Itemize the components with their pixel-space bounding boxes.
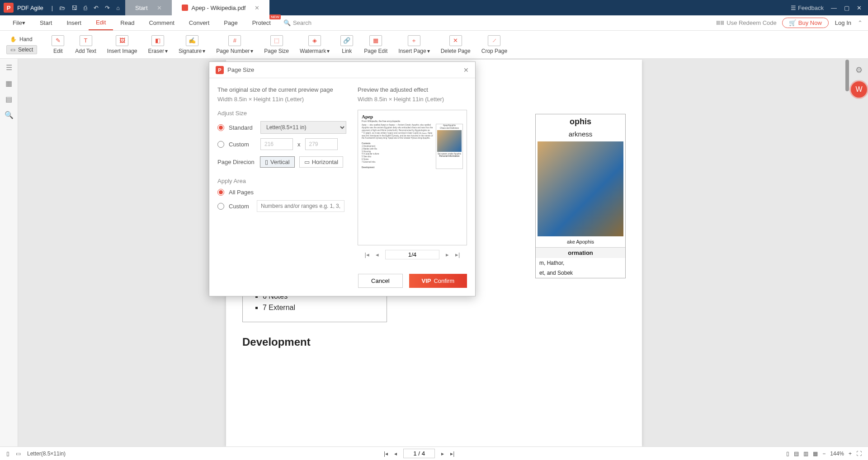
status-bar: ▯ ▭ Letter(8.5×11in) |◂ ◂ ▸ ▸| ▯ ▤ ▥ ▦ −…: [0, 446, 868, 460]
insert-image-button[interactable]: 🖼Insert Image: [107, 35, 137, 54]
infobox-image: [538, 141, 623, 236]
close-icon[interactable]: ✕: [857, 5, 862, 11]
minimize-icon[interactable]: —: [831, 5, 837, 11]
standard-radio[interactable]: [217, 124, 224, 131]
collapse-ribbon-icon[interactable]: ⌃: [858, 19, 863, 26]
page-number-button[interactable]: #Page Number ▾: [216, 35, 253, 54]
page-layout-icon[interactable]: ▯: [6, 451, 9, 457]
prev-page-icon[interactable]: ◂: [376, 251, 379, 258]
menu-bar: File ▾ Start Insert Edit Read Comment Co…: [0, 15, 868, 31]
print-icon[interactable]: ⎙: [84, 5, 87, 11]
view-single-icon[interactable]: ▯: [786, 451, 789, 457]
save-icon[interactable]: 🖫: [71, 5, 77, 11]
tab-start[interactable]: Start ✕: [125, 0, 171, 15]
paper-size-label: Letter(8.5×11in): [27, 451, 66, 457]
login-link[interactable]: Log In: [835, 19, 851, 26]
feedback-link[interactable]: ☰ Feedback: [791, 5, 824, 11]
maximize-icon[interactable]: ▢: [844, 5, 849, 11]
insert-page-button[interactable]: ＋Insert Page ▾: [398, 35, 429, 54]
select-tool[interactable]: ▭ Select: [6, 45, 37, 54]
page-range-input[interactable]: [257, 200, 344, 212]
outline-icon[interactable]: ☰: [6, 63, 12, 72]
menu-search[interactable]: 🔍 Search: [283, 19, 311, 26]
divider: |: [52, 5, 53, 11]
dialog-title: Page Size: [227, 66, 254, 73]
home-icon[interactable]: ⌂: [116, 5, 120, 11]
menu-file[interactable]: File ▾: [5, 15, 33, 30]
search-panel-icon[interactable]: 🔍: [5, 111, 14, 119]
toc-item[interactable]: 7 External: [263, 302, 377, 314]
menu-start[interactable]: Start: [33, 15, 59, 30]
zoom-in-icon[interactable]: +: [849, 451, 852, 457]
hand-tool[interactable]: ✋ Hand: [6, 35, 37, 43]
close-icon[interactable]: ✕: [255, 5, 259, 11]
view-facing-icon[interactable]: ▥: [803, 451, 808, 457]
menu-edit[interactable]: Edit: [89, 15, 113, 30]
eraser-button[interactable]: ◧Eraser ▾: [148, 35, 168, 54]
watermark-button[interactable]: ◈Watermark ▾: [300, 35, 330, 54]
preview-label: Preview the adjusted effect: [358, 86, 467, 93]
page-input[interactable]: [403, 449, 435, 458]
tab-document[interactable]: Apep - Wikipedia.pdf ✕: [172, 0, 270, 15]
settings-icon[interactable]: ⚙: [855, 65, 863, 75]
infobox: ophis arkness ake Apophis ormation m, Ha…: [535, 114, 626, 278]
menu-page[interactable]: Page: [217, 15, 245, 30]
signature-button[interactable]: ✍Signature ▾: [179, 35, 205, 54]
dialog-header: P Page Size ✕: [209, 62, 475, 78]
next-page-icon[interactable]: ▸: [441, 451, 444, 457]
paper-size-select[interactable]: Letter(8.5×11 in): [260, 121, 346, 134]
close-icon[interactable]: ✕: [157, 5, 162, 11]
undo-icon[interactable]: ↶: [94, 5, 99, 11]
app-name: PDF Agile: [17, 5, 43, 11]
crop-page-button[interactable]: ⟋Crop Page: [481, 35, 507, 54]
custom-size-radio[interactable]: [217, 141, 224, 148]
cancel-button[interactable]: Cancel: [358, 274, 402, 288]
convert-word-button[interactable]: W: [851, 81, 867, 98]
fullscreen-icon[interactable]: ⛶: [856, 451, 862, 457]
next-page-icon[interactable]: ▸: [446, 251, 449, 258]
section-heading: Development: [242, 336, 626, 348]
infobox-caption: ake Apophis: [536, 236, 625, 247]
last-page-icon[interactable]: ▸|: [455, 251, 460, 258]
vertical-button[interactable]: ▯ Vertical: [260, 156, 295, 168]
menu-protect[interactable]: Protect: [245, 15, 278, 30]
page-size-button[interactable]: ⬚Page Size: [264, 35, 289, 54]
menu-insert[interactable]: Insert: [59, 15, 89, 30]
link-button[interactable]: 🔗Link: [340, 35, 353, 54]
redo-icon[interactable]: ↷: [105, 5, 110, 11]
all-pages-radio[interactable]: [217, 189, 224, 196]
custom-label: Custom: [229, 203, 252, 210]
pdf-icon: P: [216, 66, 224, 74]
confirm-button[interactable]: VIP Confirm: [409, 274, 467, 288]
page-layout-icon[interactable]: ▭: [16, 451, 21, 457]
custom-range-radio[interactable]: [217, 203, 224, 210]
annotations-icon[interactable]: ▤: [5, 95, 12, 103]
infobox-title: ophis: [536, 114, 625, 129]
delete-page-button[interactable]: ✕Delete Page: [441, 35, 471, 54]
view-continuous-icon[interactable]: ▤: [794, 451, 799, 457]
menu-comment[interactable]: Comment: [142, 15, 181, 30]
menu-convert[interactable]: Convert: [182, 15, 217, 30]
width-input[interactable]: [260, 138, 293, 150]
open-icon[interactable]: 🗁: [59, 5, 65, 11]
zoom-out-icon[interactable]: −: [822, 451, 826, 457]
edit-button[interactable]: ✎Edit: [52, 35, 64, 54]
view-book-icon[interactable]: ▦: [813, 451, 818, 457]
prev-page-icon[interactable]: ◂: [394, 451, 397, 457]
page-edit-button[interactable]: ▦Page Edit: [364, 35, 387, 54]
last-page-icon[interactable]: ▸|: [450, 451, 454, 457]
close-icon[interactable]: ✕: [463, 66, 469, 74]
first-page-icon[interactable]: |◂: [365, 251, 369, 258]
height-input[interactable]: [305, 138, 338, 150]
first-page-icon[interactable]: |◂: [384, 451, 388, 457]
buy-now-button[interactable]: 🛒 Buy Now: [782, 18, 829, 28]
thumbnails-icon[interactable]: ▦: [5, 79, 12, 88]
ribbon: ✋ Hand ▭ Select ✎Edit TAdd Text 🖼Insert …: [0, 31, 868, 59]
preview-page-input[interactable]: [385, 250, 439, 259]
redeem-code[interactable]: ⅢⅢ Use Redeem Code: [716, 19, 777, 26]
add-text-button[interactable]: TAdd Text: [75, 35, 96, 54]
horizontal-button[interactable]: ▭ Horizontal: [299, 156, 344, 168]
preview-size-value: Width 8.5in × Height 11in (Letter): [358, 96, 467, 103]
menu-read[interactable]: Read: [113, 15, 142, 30]
scrollbar-thumb[interactable]: [845, 60, 849, 91]
